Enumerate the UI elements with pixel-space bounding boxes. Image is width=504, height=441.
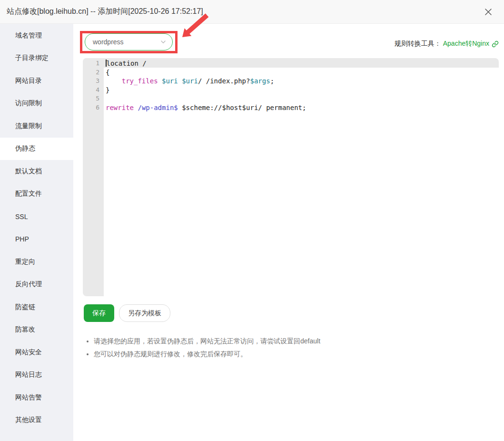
code-line: } xyxy=(106,86,499,95)
sidebar-item-5[interactable]: 流量限制 xyxy=(0,115,73,138)
line-number: 2 xyxy=(83,68,104,77)
note-item: 请选择您的应用，若设置伪静态后，网站无法正常访问，请尝试设置回default xyxy=(94,335,320,348)
dialog-title: 站点修改[blog.leihub.cn] -- 添加时间[2025-10-26 … xyxy=(7,7,203,17)
close-icon xyxy=(484,8,493,16)
rule-convert-label: 规则转换工具： xyxy=(395,40,441,48)
sidebar-item-14[interactable]: 防篡改 xyxy=(0,319,73,341)
code-line xyxy=(106,94,499,103)
sidebar-item-11[interactable]: 重定向 xyxy=(0,251,73,273)
code-line: try_files $uri $uri/ /index.php?$args; xyxy=(106,77,499,86)
line-number: 3 xyxy=(83,77,104,86)
rule-convert-tool: 规则转换工具： Apache转Nginx xyxy=(395,40,499,48)
rewrite-template-select[interactable]: wordpress xyxy=(85,33,173,50)
save-button[interactable]: 保存 xyxy=(84,304,114,322)
sidebar-item-15[interactable]: 网站安全 xyxy=(0,341,73,364)
dialog-titlebar: 站点修改[blog.leihub.cn] -- 添加时间[2025-10-26 … xyxy=(0,0,504,24)
link-icon xyxy=(492,40,499,48)
sidebar-item-1[interactable]: 域名管理 xyxy=(0,24,73,47)
code-line: rewrite /wp-admin$ $scheme://$host$uri/ … xyxy=(106,103,499,112)
sidebar-item-9[interactable]: SSL xyxy=(0,205,73,228)
line-number: 5 xyxy=(83,94,104,103)
sidebar-item-16[interactable]: 网站日志 xyxy=(0,364,73,387)
select-value: wordpress xyxy=(93,38,124,46)
close-button[interactable] xyxy=(482,6,494,18)
apache-to-nginx-link[interactable]: Apache转Nginx xyxy=(443,40,489,48)
sidebar-item-7[interactable]: 默认文档 xyxy=(0,160,73,183)
code-line: { xyxy=(106,68,499,77)
sidebar-item-13[interactable]: 防盗链 xyxy=(0,296,73,319)
sidebar-item-6[interactable]: 伪静态 xyxy=(0,138,73,160)
sidebar-item-3[interactable]: 网站目录 xyxy=(0,70,73,92)
settings-sidebar: 域名管理子目录绑定网站目录访问限制流量限制伪静态默认文档配置文件SSLPHP重定… xyxy=(0,24,73,441)
save-as-template-button[interactable]: 另存为模板 xyxy=(119,304,170,322)
editor-gutter: 123456 xyxy=(83,58,104,296)
editor-code: location /{ try_files $uri $uri/ /index.… xyxy=(104,58,499,112)
note-item: 您可以对伪静态规则进行修改，修改完后保存即可。 xyxy=(94,348,320,361)
sidebar-item-8[interactable]: 配置文件 xyxy=(0,183,73,206)
chevron-down-icon xyxy=(160,39,167,45)
help-notes: 请选择您的应用，若设置伪静态后，网站无法正常访问，请尝试设置回default您可… xyxy=(86,335,320,361)
line-number: 4 xyxy=(83,86,104,95)
rewrite-rule-editor[interactable]: 123456 location /{ try_files $uri $uri/ … xyxy=(83,58,499,296)
sidebar-item-4[interactable]: 访问限制 xyxy=(0,92,73,115)
sidebar-item-12[interactable]: 反向代理 xyxy=(0,273,73,296)
line-number: 1 xyxy=(83,59,104,68)
code-line: location / xyxy=(106,59,499,68)
sidebar-item-2[interactable]: 子目录绑定 xyxy=(0,47,73,70)
sidebar-item-18[interactable]: 其他设置 xyxy=(0,409,73,432)
sidebar-item-17[interactable]: 网站告警 xyxy=(0,386,73,409)
sidebar-item-10[interactable]: PHP xyxy=(0,228,73,251)
line-number: 6 xyxy=(83,103,104,112)
